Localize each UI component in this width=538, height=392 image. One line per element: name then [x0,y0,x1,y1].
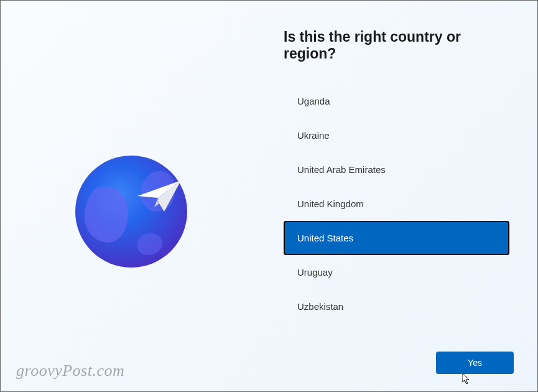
content-panel: Is this the right country or region? Uga… [262,1,537,391]
country-item-uae[interactable]: United Arab Emirates [284,152,509,187]
yes-button[interactable]: Yes [436,352,514,374]
country-item-ukraine[interactable]: Ukraine [284,118,509,152]
globe-illustration [75,156,187,268]
svg-marker-3 [462,373,469,384]
illustration-panel [1,1,262,391]
paper-plane-icon [134,177,184,218]
country-item-uruguay[interactable]: Uruguay [284,255,509,289]
page-title: Is this the right country or region? [284,29,509,62]
country-item-uzbekistan[interactable]: Uzbekistan [284,289,509,324]
oobe-container: Is this the right country or region? Uga… [1,1,537,391]
country-item-uk[interactable]: United Kingdom [284,187,509,221]
country-list: Uganda Ukraine United Arab Emirates Unit… [284,84,509,324]
watermark-text: groovyPost.com [16,362,124,380]
country-item-uganda[interactable]: Uganda [284,84,509,118]
cursor-icon [462,373,472,385]
country-item-us[interactable]: United States [284,221,509,255]
